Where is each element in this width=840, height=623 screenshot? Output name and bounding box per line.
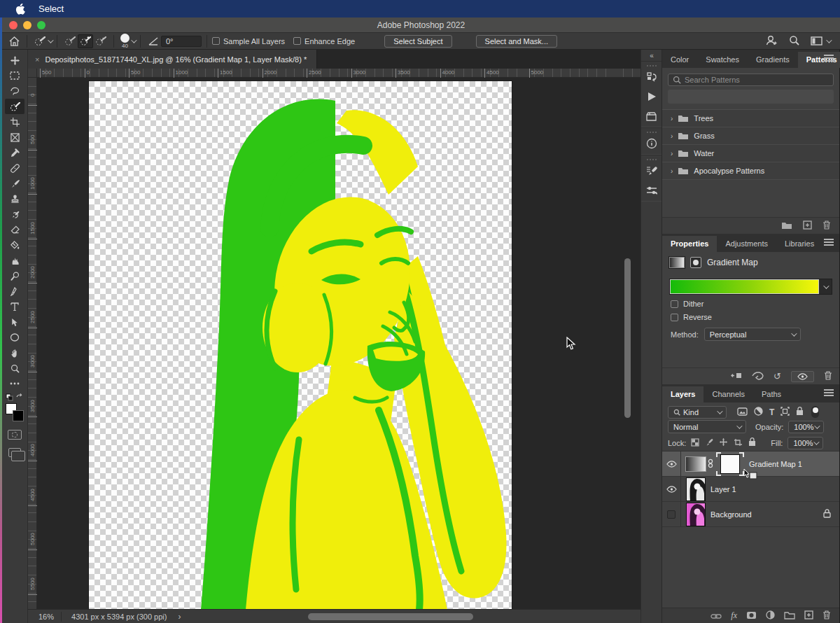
crop-tool[interactable] xyxy=(5,114,24,130)
fill-field[interactable]: 100% xyxy=(788,437,822,449)
layer-filter-select[interactable]: Kind xyxy=(668,406,727,419)
toggle-visibility-button[interactable] xyxy=(791,371,814,382)
share-invite-icon[interactable] xyxy=(766,35,778,47)
new-pattern-group-icon[interactable] xyxy=(781,220,792,232)
patterns-tab-gradients[interactable]: Gradients xyxy=(748,52,798,68)
patterns-panel-menu-icon[interactable] xyxy=(824,55,834,62)
add-adjustment-layer-icon[interactable] xyxy=(766,610,775,622)
pattern-folder-trees[interactable]: › Trees xyxy=(662,110,839,127)
brush-settings-icon[interactable] xyxy=(645,164,659,177)
layer-mask-link-icon[interactable] xyxy=(708,458,713,470)
horizontal-scrollbar-thumb[interactable] xyxy=(308,613,473,620)
expand-chevron-icon[interactable]: › xyxy=(671,167,673,175)
type-tool[interactable] xyxy=(5,299,24,314)
tool-preset-brush-icon[interactable] xyxy=(32,34,48,48)
lock-transparent-pixels-icon[interactable] xyxy=(691,438,699,448)
clip-to-layer-icon[interactable] xyxy=(731,371,742,382)
dither-checkbox[interactable]: Dither xyxy=(671,300,839,308)
spot-healing-tool[interactable] xyxy=(5,160,24,176)
zoom-tool[interactable] xyxy=(5,360,24,376)
apple-menu-icon[interactable] xyxy=(10,4,31,15)
lock-artboard-icon[interactable] xyxy=(734,438,743,448)
screen-mode-button[interactable] xyxy=(8,448,21,457)
layer-row-background[interactable]: Background xyxy=(662,502,839,527)
layer-visibility-toggle[interactable] xyxy=(662,451,681,477)
add-to-selection-mode-icon[interactable] xyxy=(78,34,93,48)
brush-tool[interactable] xyxy=(5,176,24,191)
workspace-switcher[interactable] xyxy=(811,36,830,46)
layer-mask-thumbnail[interactable] xyxy=(716,452,744,476)
opacity-field[interactable]: 100% xyxy=(788,421,823,433)
reverse-checkbox[interactable]: Reverse xyxy=(671,313,839,321)
filter-smart-objects-icon[interactable] xyxy=(796,407,804,417)
lasso-tool[interactable] xyxy=(5,83,24,99)
foreground-background-color-swatches[interactable] xyxy=(6,403,24,421)
filter-adjustment-layers-icon[interactable] xyxy=(754,407,763,417)
gradient-picker[interactable] xyxy=(669,279,832,295)
background-lock-icon[interactable] xyxy=(823,509,831,519)
lock-all-icon[interactable] xyxy=(748,438,756,448)
layer-visibility-toggle[interactable] xyxy=(662,502,681,527)
method-select[interactable]: Perceptual xyxy=(704,328,801,341)
sample-all-layers-checkbox[interactable]: Sample All Layers xyxy=(212,37,285,46)
layer-row-gradient-map-1[interactable]: Gradient Map 1 xyxy=(662,451,839,477)
lock-position-icon[interactable] xyxy=(719,438,728,448)
lock-image-pixels-icon[interactable] xyxy=(705,438,713,448)
minimize-window-button[interactable] xyxy=(23,21,31,29)
expand-chevron-icon[interactable]: › xyxy=(671,132,673,140)
enhance-edge-checkbox[interactable]: Enhance Edge xyxy=(293,37,355,46)
add-layer-mask-icon[interactable] xyxy=(746,610,757,622)
layer-thumbnail[interactable] xyxy=(686,503,706,526)
default-and-swap-colors[interactable] xyxy=(5,393,24,402)
horizontal-ruler[interactable]: 5000500100015002000250030003500400045005… xyxy=(37,69,640,78)
expand-chevron-icon[interactable]: › xyxy=(671,115,673,122)
properties-tab-libraries[interactable]: Libraries xyxy=(776,236,822,252)
filter-type-layers-icon[interactable]: T xyxy=(769,407,774,417)
collapse-panels-icon[interactable]: « xyxy=(650,52,653,59)
layers-tab-layers[interactable]: Layers xyxy=(662,386,704,402)
pen-tool[interactable] xyxy=(5,284,24,299)
view-previous-state-icon[interactable] xyxy=(752,372,764,382)
pattern-folder-water[interactable]: › Water xyxy=(662,145,839,162)
new-pattern-icon[interactable] xyxy=(803,220,812,232)
layer-filter-toggle[interactable] xyxy=(811,406,819,418)
search-patterns-input[interactable]: Search Patterns xyxy=(668,74,834,86)
ellipsis-more-tools[interactable] xyxy=(5,376,24,391)
clone-stamp-tool[interactable] xyxy=(5,191,24,206)
new-group-icon[interactable] xyxy=(784,610,795,622)
layer-visibility-toggle[interactable] xyxy=(662,477,681,502)
paint-bucket-tool[interactable] xyxy=(5,237,24,253)
libraries-icon[interactable] xyxy=(645,110,659,122)
search-icon[interactable] xyxy=(789,35,799,47)
quick-mask-mode-button[interactable] xyxy=(8,430,22,440)
pattern-folder-grass[interactable]: › Grass xyxy=(662,127,839,145)
layer-name[interactable]: Gradient Map 1 xyxy=(749,460,802,468)
smudge-tool[interactable] xyxy=(5,253,24,268)
info-icon[interactable] xyxy=(645,137,659,150)
eyedropper-tool[interactable] xyxy=(5,145,24,160)
reset-adjustment-icon[interactable]: ↺ xyxy=(774,371,781,382)
path-select-tool[interactable] xyxy=(5,314,24,330)
new-layer-icon[interactable] xyxy=(804,610,813,622)
gradient-chevron-icon[interactable] xyxy=(819,279,832,294)
version-history-icon[interactable] xyxy=(645,71,659,83)
filter-shape-layers-icon[interactable] xyxy=(780,407,790,417)
properties-tab-adjustments[interactable]: Adjustments xyxy=(717,236,776,252)
new-selection-mode-icon[interactable] xyxy=(62,34,78,48)
marquee-tool[interactable] xyxy=(5,68,24,83)
brush-size-chevron-icon[interactable] xyxy=(131,37,136,43)
background-color-swatch[interactable] xyxy=(13,410,24,421)
zoom-window-button[interactable] xyxy=(37,21,46,29)
move-tool[interactable] xyxy=(5,52,24,68)
adjustments-sliders-icon[interactable] xyxy=(645,184,659,197)
expand-chevron-icon[interactable]: › xyxy=(671,150,673,158)
pattern-folder-apocalypse-patterns[interactable]: › Apocalypse Patterns xyxy=(662,162,839,180)
select-and-mask-button[interactable]: Select and Mask... xyxy=(476,35,558,48)
vertical-scrollbar-thumb[interactable] xyxy=(624,258,631,418)
patterns-tab-color[interactable]: Color xyxy=(662,52,697,68)
layer-name[interactable]: Background xyxy=(710,510,752,519)
delete-layer-icon[interactable] xyxy=(822,610,831,622)
layers-panel-menu-icon[interactable] xyxy=(824,389,834,396)
document-canvas[interactable] xyxy=(89,81,512,609)
menu-select[interactable]: Select xyxy=(31,0,94,18)
